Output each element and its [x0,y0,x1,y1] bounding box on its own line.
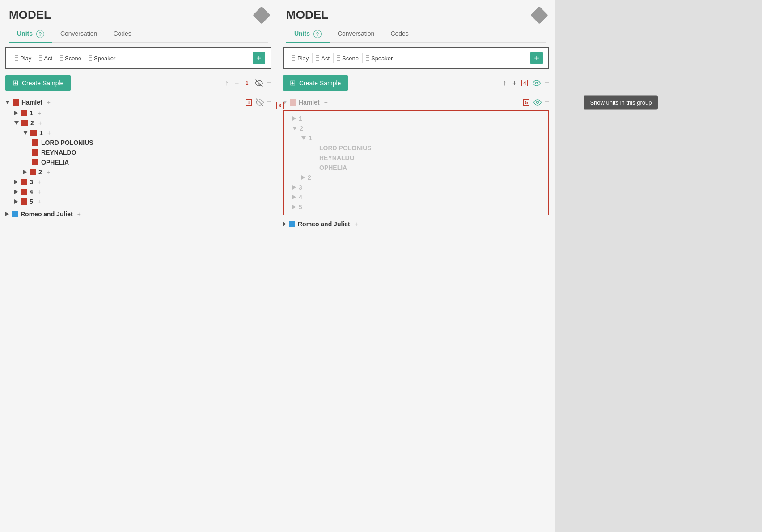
drag-handle-speaker-right[interactable] [366,55,369,61]
lord-polonius-left: LORD POLONIUS [5,138,271,148]
units-help-icon-right[interactable]: ? [313,30,322,38]
drag-handle-scene-right[interactable] [337,55,340,61]
act5-right: 5 [284,202,548,212]
units-help-icon[interactable]: ? [36,30,44,38]
drag-handle-play-right[interactable] [292,55,295,61]
act1-chevron-left[interactable] [14,111,18,115]
eye-slash-icon-left [255,79,263,87]
upload-button-left[interactable]: ↑ [224,78,230,89]
right-tabs: Units ? Conversation Codes [286,26,546,43]
tag-speaker-left[interactable]: Speaker [85,53,119,63]
hamlet-eye-icon-right [533,98,542,106]
scene1-chevron-left[interactable] [23,131,28,135]
tab-conversation-right[interactable]: Conversation [330,26,383,43]
ophelia-color-left [32,159,38,165]
scene2-add-left[interactable]: + [47,169,50,176]
hamlet-eye-icon-left [256,98,264,106]
act2-chevron-right[interactable] [292,127,297,130]
act1-chevron-right[interactable] [292,116,296,121]
hamlet-minus-left[interactable]: − [267,97,271,107]
unit-tag-toolbar-left: Play Act Scene Speaker + [5,47,271,69]
reynaldo-label-right: REYNALDO [319,154,355,161]
act4-color-left [21,189,27,195]
scene2-chevron-right[interactable] [301,175,305,180]
act1-add-left[interactable]: + [38,110,41,117]
act2-chevron-left[interactable] [14,121,19,125]
tag-act-left[interactable]: Act [35,53,56,63]
reynaldo-color-left [32,149,38,156]
tab-codes-left[interactable]: Codes [105,26,139,43]
add-tag-button-right[interactable]: + [530,52,543,64]
act3-chevron-right[interactable] [292,185,296,190]
upload-button-right[interactable]: ↑ [501,78,508,89]
tag-speaker-right[interactable]: Speaker [363,53,396,63]
hamlet-eye-right[interactable]: Show units in this group [533,98,542,106]
hamlet-root-right: Hamlet + 5 Show units in this group − [283,96,549,108]
act3-color-left [21,179,27,185]
drag-handle-scene-left[interactable] [60,55,63,61]
act5-chevron-left[interactable] [14,199,18,204]
hamlet-chevron-left[interactable] [5,101,10,104]
romeo-add-left[interactable]: + [77,211,81,218]
add-unit-button-right[interactable]: + [511,78,518,89]
add-unit-button-left[interactable]: + [233,78,240,89]
tab-units-left[interactable]: Units ? [9,26,52,43]
act1-right: 1 [284,114,548,123]
tree-left: Hamlet + 1 − 1 + [0,96,277,532]
scene1-right: 1 [284,133,548,143]
act5-left: 5 + [5,197,271,207]
create-sample-button-left[interactable]: ⊞ Create Sample [5,75,71,91]
grid-icon-left: ⊞ [13,79,18,87]
act4-add-left[interactable]: + [38,188,41,195]
minus-button-top-left[interactable]: − [267,78,271,88]
diamond-icon [253,6,271,24]
hamlet-add-left[interactable]: + [47,99,51,106]
tab-conversation-left[interactable]: Conversation [52,26,106,43]
minus-button-top-right[interactable]: − [544,78,549,88]
act4-chevron-left[interactable] [14,190,18,194]
lord-polonius-label-left: LORD POLONIUS [41,139,93,146]
tag-act-right[interactable]: Act [313,53,334,63]
act2-color-left [21,120,28,126]
scene1-label-right: 1 [309,135,312,142]
act5-add-left[interactable]: + [38,198,41,205]
create-sample-button-right[interactable]: ⊞ Create Sample [283,75,348,91]
romeo-chevron-right[interactable] [283,222,286,226]
act2-right: 2 [284,123,548,133]
ophelia-right: OPHELIA [284,163,548,173]
tag-play-left[interactable]: Play [12,53,35,63]
tab-codes-right[interactable]: Codes [382,26,416,43]
scene2-chevron-left[interactable] [23,170,27,174]
eye-active-button-right[interactable] [533,79,541,87]
tag-play-right[interactable]: Play [289,53,313,63]
romeo-chevron-left[interactable] [5,212,9,216]
drag-handle-act-right[interactable] [316,55,319,61]
hamlet-minus-right[interactable]: − [544,97,549,107]
badge-3: 3 [276,102,284,109]
romeo-add-right[interactable]: + [355,220,358,228]
tag-scene-left[interactable]: Scene [56,53,85,63]
add-tag-button-left[interactable]: + [253,52,265,64]
drag-handle-speaker-left[interactable] [89,55,92,61]
hamlet-eye-left[interactable] [256,98,264,106]
tag-scene-right[interactable]: Scene [334,53,363,63]
ophelia-left: OPHELIA [5,157,271,167]
act5-chevron-right[interactable] [292,205,296,209]
eye-slash-button-left[interactable] [255,79,263,87]
scene1-label-left: 1 [39,129,43,136]
hamlet-add-right[interactable]: + [324,99,328,106]
drag-handle-play-left[interactable] [15,55,18,61]
act5-label-left: 5 [30,198,33,205]
drag-handle-act-left[interactable] [39,55,42,61]
act5-color-left [21,198,27,205]
scene1-add-left[interactable]: + [47,129,51,136]
tab-units-right[interactable]: Units ? [286,26,330,43]
act2-add-left[interactable]: + [38,119,42,127]
act3-add-left[interactable]: + [38,178,41,186]
ophelia-label-left: OPHELIA [41,159,69,166]
act4-chevron-right[interactable] [292,195,296,199]
act3-chevron-left[interactable] [14,180,18,184]
badge-4: 4 [521,80,528,86]
ophelia-label-right: OPHELIA [319,164,347,171]
scene1-chevron-right[interactable] [301,136,306,140]
